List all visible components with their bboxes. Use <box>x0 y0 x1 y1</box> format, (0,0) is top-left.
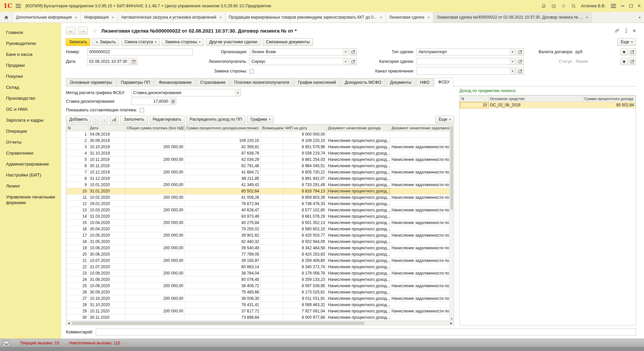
cell[interactable] <box>261 213 283 220</box>
tab-close-icon[interactable]: × <box>112 15 114 20</box>
cell[interactable]: 42 034,29 <box>185 157 261 163</box>
sidebar-item[interactable]: Зарплата и кадры <box>0 115 61 126</box>
number-input[interactable] <box>87 48 193 56</box>
cell[interactable]: Начисление процентного доход... <box>327 283 390 289</box>
cell[interactable] <box>261 163 283 169</box>
cell[interactable]: 82 440,32 <box>185 239 261 245</box>
table-row[interactable]: 10ОС_02_08_201985 502,64 <box>460 102 636 108</box>
channel-open-button[interactable] <box>517 67 524 75</box>
sidebar-item[interactable]: Покупки <box>0 71 61 82</box>
status-open-button[interactable] <box>629 58 636 65</box>
sidebar-item[interactable]: Руководителю <box>0 38 61 49</box>
cell[interactable]: 200 000,00 <box>125 258 185 264</box>
cell[interactable]: 41 349,42 <box>185 182 261 188</box>
deal-type-open-button[interactable] <box>517 48 524 56</box>
cell[interactable]: 8 179 056,78 <box>283 270 327 277</box>
column-header[interactable]: Документ начисление дохода <box>327 125 390 131</box>
table-row[interactable]: 1831.05.202082 440,328 502 944,09Начисле… <box>67 239 450 245</box>
status-dropdown-button[interactable]: ▾ <box>620 58 628 65</box>
table-row[interactable]: 1710.05.2020200 000,0039 901,628 420 503… <box>67 232 450 239</box>
save-button[interactable]: Записать <box>66 38 90 46</box>
cell[interactable] <box>125 314 185 321</box>
cell[interactable]: 10 <box>460 102 489 108</box>
cell[interactable] <box>125 264 185 270</box>
cell[interactable]: Начисление процентного доход... <box>327 194 390 201</box>
doc-tab[interactable]: НФО <box>416 78 433 86</box>
cell[interactable] <box>261 302 283 308</box>
cell[interactable] <box>261 169 283 176</box>
cell[interactable]: 41 684,71 <box>185 169 261 176</box>
cell[interactable] <box>390 264 450 270</box>
table-row[interactable]: 2110.07.2020200 000,0039 155,978 259 409… <box>67 258 450 264</box>
table-row[interactable]: 510.11.2019200 000,0042 034,298 881 254,… <box>67 157 450 163</box>
cell[interactable] <box>125 176 185 182</box>
browser-tab[interactable]: Дополнительная информация× <box>13 12 81 23</box>
cell[interactable]: 10.10.2019 <box>88 144 125 150</box>
doc-tab[interactable]: Основные параметры <box>66 78 116 86</box>
cell[interactable]: 85 502,64 <box>185 188 261 194</box>
cell[interactable] <box>261 182 283 188</box>
document-close-icon[interactable]: × <box>633 28 636 34</box>
cell[interactable]: 20 <box>67 251 88 258</box>
column-header[interactable]: N <box>460 96 489 102</box>
category-combo[interactable]: ▾ <box>416 58 516 65</box>
vertical-scrollbar-thumb[interactable] <box>450 126 453 210</box>
scroll-left-icon[interactable]: ◀ <box>66 322 71 325</box>
cell[interactable] <box>390 277 450 283</box>
cell[interactable]: 10.02.2020 <box>88 194 125 201</box>
close-icon[interactable]: × <box>638 3 641 9</box>
cell[interactable]: 12 <box>67 201 88 207</box>
charts-menu-button[interactable]: Графики▾ <box>247 116 274 123</box>
cell[interactable] <box>125 213 185 220</box>
cell[interactable]: Начисление процентного доход... <box>327 176 390 182</box>
horizontal-scrollbar-thumb[interactable] <box>72 322 365 325</box>
status-change-button[interactable]: Смена статуса▾ <box>121 38 160 46</box>
cell[interactable]: Начисление задолженности по дог... <box>390 194 450 201</box>
cell[interactable]: 10.08.2020 <box>88 270 125 277</box>
cell[interactable]: 29 <box>67 308 88 314</box>
sidebar-item[interactable]: Банк и касса <box>0 49 61 60</box>
table-row[interactable]: 104.09.20199 000 000,00 <box>67 131 450 138</box>
sidebar-item[interactable]: Главное <box>0 27 61 38</box>
cell[interactable] <box>125 188 185 194</box>
cell[interactable]: Начисление процентного доход... <box>327 258 390 264</box>
sidebar-item[interactable]: ОС и НМА <box>0 104 61 115</box>
cell[interactable]: Начисление процентного доход... <box>327 308 390 314</box>
cell[interactable]: Начисление процентного доход... <box>327 144 390 150</box>
tab-close-icon[interactable]: × <box>380 15 382 20</box>
cell[interactable] <box>261 144 283 150</box>
cell[interactable] <box>261 150 283 157</box>
cell[interactable]: 31.03.2020 <box>88 213 125 220</box>
cell[interactable] <box>390 239 450 245</box>
cell[interactable]: 200 000,00 <box>125 194 185 201</box>
cell[interactable] <box>125 239 185 245</box>
doc-tab[interactable]: Финансирование <box>155 78 196 86</box>
browser-tab[interactable]: Продавцам маркированных товаров рекоменд… <box>226 12 386 23</box>
cell[interactable]: 10 <box>67 188 88 194</box>
cell[interactable]: 10.01.2020 <box>88 182 125 188</box>
search-icon[interactable] <box>571 4 576 9</box>
schedule-table[interactable]: NДатаОбщая сумма платежа (Без НДС)Сумма … <box>66 125 449 321</box>
cell[interactable]: 5 <box>67 157 88 163</box>
cell[interactable]: 8 659 803,39 <box>283 194 327 201</box>
cell[interactable] <box>390 289 450 295</box>
cell[interactable]: 8 259 409,60 <box>283 258 327 264</box>
calls-monitor-icon[interactable] <box>3 340 10 346</box>
cell[interactable]: 38 784,04 <box>185 270 261 277</box>
tab-close-icon[interactable]: × <box>586 15 588 20</box>
cell[interactable]: 42 359,81 <box>185 144 261 150</box>
related-documents-button[interactable]: Связанные документы <box>263 38 313 46</box>
table-row[interactable]: 2831.10.202078 431,418 089 463,32Начисле… <box>67 302 450 308</box>
maximize-icon[interactable] <box>629 4 633 8</box>
cell[interactable]: Начисление задолженности по дог... <box>390 157 450 163</box>
cell[interactable]: 6 <box>67 163 88 169</box>
main-menu-icon[interactable] <box>16 4 21 8</box>
table-row[interactable]: 2231.07.202080 863,148 340 272,74Начисле… <box>67 264 450 270</box>
cell[interactable]: 200 000,00 <box>125 182 185 188</box>
table-row[interactable]: 2431.08.202080 076,458 259 133,23Начисле… <box>67 277 450 283</box>
calendar-button[interactable] <box>130 58 137 65</box>
table-row[interactable]: 1510.04.2020200 000,0040 275,848 501 352… <box>67 220 450 226</box>
cell[interactable] <box>261 258 283 264</box>
table-row[interactable]: 910.01.2020200 000,0041 349,428 733 291,… <box>67 182 450 188</box>
table-row[interactable]: 1110.02.2020200 000,0041 009,268 659 803… <box>67 194 450 201</box>
